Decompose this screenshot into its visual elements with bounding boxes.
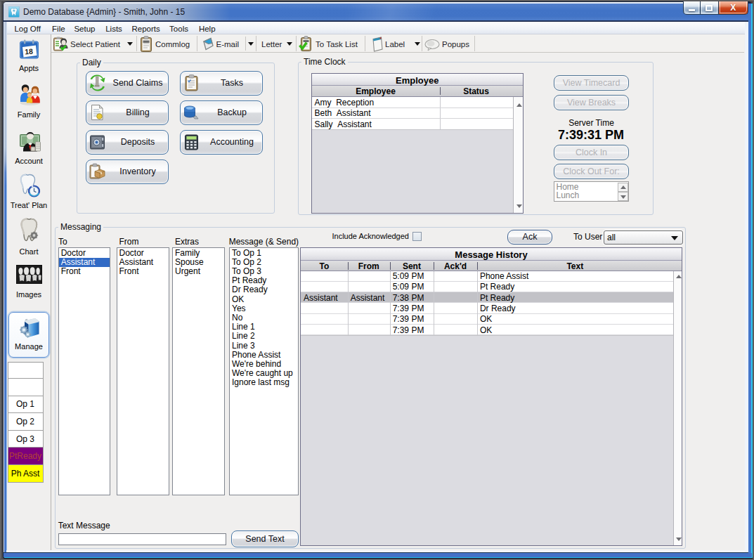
- svg-text:18: 18: [25, 47, 34, 56]
